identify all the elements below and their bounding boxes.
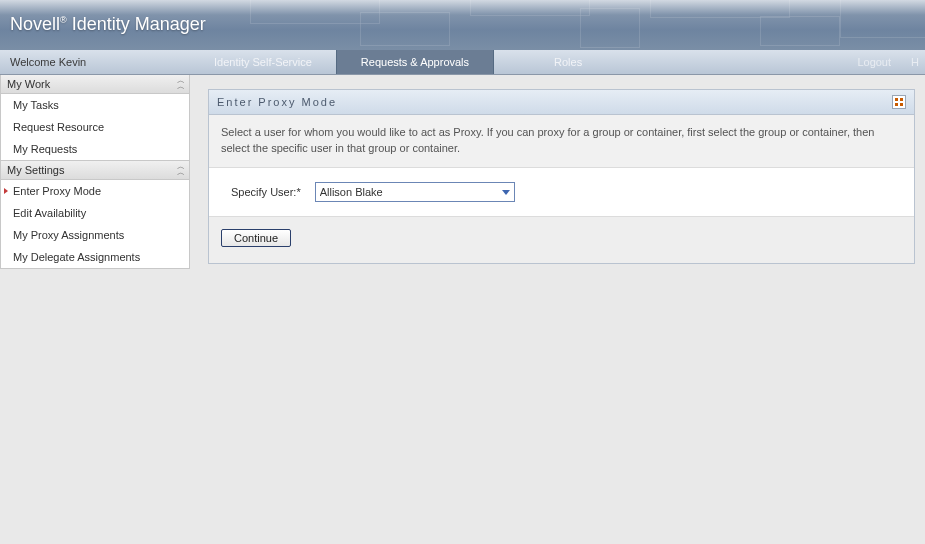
help-link[interactable]: H bbox=[911, 56, 919, 68]
specify-user-select[interactable] bbox=[315, 182, 515, 202]
sidebar-item-request-resource[interactable]: Request Resource bbox=[1, 116, 189, 138]
content: Enter Proxy Mode Select a user for whom … bbox=[190, 75, 925, 264]
panel-header: Enter Proxy Mode bbox=[209, 90, 914, 115]
sidebar-item-label: My Delegate Assignments bbox=[13, 251, 140, 263]
sidebar-section-title: My Settings bbox=[7, 164, 64, 176]
sidebar-item-my-proxy-assignments[interactable]: My Proxy Assignments bbox=[1, 224, 189, 246]
sidebar-section-my-settings[interactable]: My Settings ︿︿ bbox=[1, 160, 189, 180]
sidebar-item-edit-availability[interactable]: Edit Availability bbox=[1, 202, 189, 224]
sidebar-item-label: Request Resource bbox=[13, 121, 104, 133]
panel-description: Select a user for whom you would like to… bbox=[209, 115, 914, 168]
tab-label: Requests & Approvals bbox=[361, 56, 469, 68]
sidebar-item-label: Edit Availability bbox=[13, 207, 86, 219]
app-header: Novell® Identity Manager bbox=[0, 0, 925, 50]
panel-enter-proxy-mode: Enter Proxy Mode Select a user for whom … bbox=[208, 89, 915, 264]
brand-prefix: Novell bbox=[10, 14, 60, 34]
panel-title: Enter Proxy Mode bbox=[217, 96, 337, 108]
logout-link[interactable]: Logout bbox=[857, 56, 891, 68]
nav-tabs: Identity Self-Service Requests & Approva… bbox=[190, 50, 857, 74]
sidebar-section-my-work[interactable]: My Work ︿︿ bbox=[1, 75, 189, 94]
tab-label: Roles bbox=[554, 56, 582, 68]
sidebar-item-my-tasks[interactable]: My Tasks bbox=[1, 94, 189, 116]
tab-label: Identity Self-Service bbox=[214, 56, 312, 68]
grid-icon[interactable] bbox=[892, 95, 906, 109]
main-area: My Work ︿︿ My Tasks Request Resource My … bbox=[0, 75, 925, 269]
collapse-icon: ︿︿ bbox=[177, 164, 183, 176]
brand-suffix: Identity Manager bbox=[72, 14, 206, 34]
sidebar-section-title: My Work bbox=[7, 78, 50, 90]
svg-marker-0 bbox=[502, 190, 510, 195]
tab-roles[interactable]: Roles bbox=[494, 50, 642, 74]
continue-button[interactable]: Continue bbox=[221, 229, 291, 247]
sidebar-item-my-delegate-assignments[interactable]: My Delegate Assignments bbox=[1, 246, 189, 268]
navbar: Welcome Kevin Identity Self-Service Requ… bbox=[0, 50, 925, 75]
registered-mark: ® bbox=[60, 15, 67, 25]
brand-title: Novell® Identity Manager bbox=[10, 14, 206, 35]
sidebar: My Work ︿︿ My Tasks Request Resource My … bbox=[0, 75, 190, 269]
sidebar-item-enter-proxy-mode[interactable]: Enter Proxy Mode bbox=[1, 180, 189, 202]
sidebar-item-label: My Tasks bbox=[13, 99, 59, 111]
sidebar-item-my-requests[interactable]: My Requests bbox=[1, 138, 189, 160]
panel-form: Specify User:* bbox=[209, 168, 914, 217]
header-decoration bbox=[240, 0, 925, 50]
tab-identity-self-service[interactable]: Identity Self-Service bbox=[190, 50, 336, 74]
specify-user-label: Specify User:* bbox=[231, 186, 301, 198]
panel-actions: Continue bbox=[209, 217, 914, 263]
sidebar-item-label: My Proxy Assignments bbox=[13, 229, 124, 241]
chevron-down-icon[interactable] bbox=[498, 183, 514, 201]
nav-right: Logout H bbox=[857, 56, 925, 68]
specify-user-input[interactable] bbox=[316, 184, 498, 200]
sidebar-item-label: My Requests bbox=[13, 143, 77, 155]
collapse-icon: ︿︿ bbox=[177, 78, 183, 90]
tab-requests-approvals[interactable]: Requests & Approvals bbox=[336, 50, 494, 74]
welcome-text: Welcome Kevin bbox=[0, 56, 190, 68]
sidebar-item-label: Enter Proxy Mode bbox=[13, 185, 101, 197]
